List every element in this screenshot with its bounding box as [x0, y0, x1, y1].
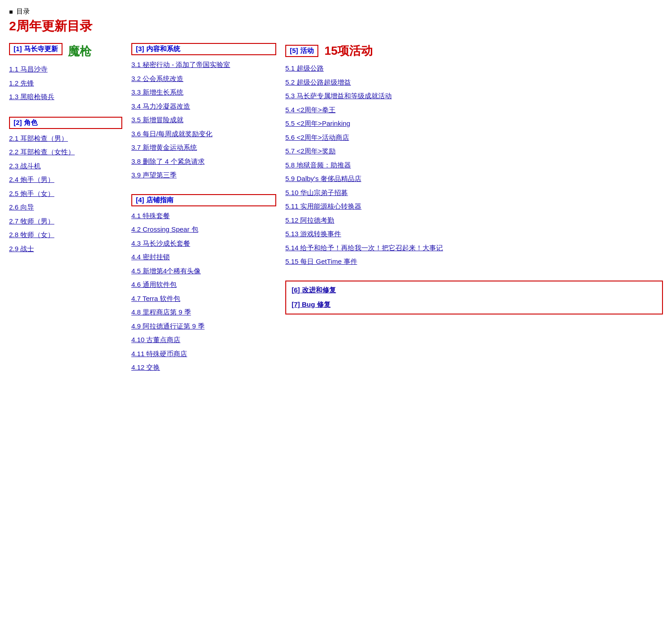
- item-1-1: 1.1 马昌沙寺: [9, 64, 122, 75]
- item-5-12: 5.12 阿拉德考勤: [285, 215, 663, 226]
- item-1-3: 1.3 黑暗枪骑兵: [9, 92, 122, 102]
- column-3: [5] 活动 15项活动 5.1 超级公路 5.2 超级公路超级增益 5.3 马…: [285, 43, 663, 314]
- item-4-8: 4.8 里程商店第 9 季: [131, 307, 276, 318]
- item-3-3: 3.3 新增生长系统: [131, 87, 276, 98]
- item-3-4: 3.4 马力冷凝器改造: [131, 101, 276, 112]
- item-4-11: 4.11 特殊硬币商店: [131, 349, 276, 359]
- item-2-8: 2.8 牧师（女）: [9, 230, 122, 240]
- item-4-12: 4.12 交换: [131, 362, 276, 373]
- item-4-4: 4.4 密封挂锁: [131, 252, 276, 262]
- item-5-2: 5.2 超级公路超级增益: [285, 77, 663, 88]
- item-1-2: 1.2 先锋: [9, 78, 122, 89]
- toc-label: 目录: [16, 7, 30, 16]
- section5-link[interactable]: [5] 活动: [290, 47, 314, 54]
- item-5-8: 5.8 地狱音频：助推器: [285, 160, 663, 171]
- section6-item: [6] 改进和修复: [292, 285, 657, 295]
- section5-header-row: [5] 活动 15项活动: [285, 43, 663, 59]
- item-4-5: 4.5 新增第4个稀有头像: [131, 266, 276, 276]
- section1-link[interactable]: [1] 马长寺更新: [14, 45, 58, 52]
- item-4-2: 4.2 Crossing Spear 包: [131, 224, 276, 235]
- item-3-7: 3.7 新增黄金运动系统: [131, 143, 276, 153]
- section1-header[interactable]: [1] 马长寺更新: [9, 43, 62, 55]
- item-5-1: 5.1 超级公路: [285, 63, 663, 74]
- section5-header[interactable]: [5] 活动: [285, 45, 318, 57]
- item-2-4: 2.4 炮手（男）: [9, 175, 122, 185]
- item-3-6: 3.6 每日/每周成就奖励变化: [131, 129, 276, 139]
- section7-item: [7] Bug 修复: [292, 300, 657, 310]
- item-2-7: 2.7 牧师（男）: [9, 216, 122, 227]
- column-1: [1] 马长寺更新 魔枪 1.1 马昌沙寺 1.2 先锋 1.3 黑暗枪骑兵 […: [9, 43, 122, 257]
- item-5-3: 5.3 马长萨专属增益和等级成就活动: [285, 91, 663, 101]
- item-4-1: 4.1 特殊套餐: [131, 211, 276, 221]
- section4-link[interactable]: [4] 店铺指南: [136, 196, 173, 204]
- item-4-7: 4.7 Terra 软件包: [131, 294, 276, 304]
- item-3-5: 3.5 新增冒险成就: [131, 115, 276, 125]
- item-2-1: 2.1 耳部检查（男）: [9, 133, 122, 144]
- item-3-8: 3.8 删除了 4 个紧急请求: [131, 157, 276, 167]
- item-5-15: 5.15 每日 GetTime 事件: [285, 257, 663, 267]
- sections-6-7-box: [6] 改进和修复 [7] Bug 修复: [285, 281, 663, 314]
- main-title: 2周年更新目录: [9, 18, 663, 35]
- item-3-1: 3.1 秘密行动 - 添加了帝国实验室: [131, 60, 276, 70]
- section6-link[interactable]: [6] 改进和修复: [292, 286, 336, 294]
- item-5-4: 5.4 <2周年>拳王: [285, 105, 663, 115]
- item-4-9: 4.9 阿拉德通行证第 9 季: [131, 321, 276, 332]
- toc-header: ■ 目录: [9, 7, 663, 16]
- item-2-5: 2.5 炮手（女）: [9, 189, 122, 199]
- item-5-7: 5.7 <2周年>奖励: [285, 146, 663, 157]
- item-4-10: 4.10 古董点商店: [131, 335, 276, 345]
- section2-header[interactable]: [2] 角色: [9, 117, 122, 129]
- section3-header[interactable]: [3] 内容和系统: [131, 43, 276, 55]
- item-2-9: 2.9 战士: [9, 244, 122, 254]
- item-5-11: 5.11 实用能源核心转换器: [285, 201, 663, 212]
- item-2-3: 2.3 战斗机: [9, 161, 122, 171]
- toc-icon: ■: [9, 8, 13, 15]
- item-3-9: 3.9 声望第三季: [131, 170, 276, 181]
- section2-link[interactable]: [2] 角色: [14, 119, 38, 126]
- item-5-5: 5.5 <2周年>Parinking: [285, 119, 663, 129]
- item-5-13: 5.13 游戏转换事件: [285, 229, 663, 239]
- section5-side-label: 15项活动: [325, 43, 373, 59]
- section1-side-label: 魔枪: [68, 43, 91, 59]
- item-3-2: 3.2 公会系统改造: [131, 74, 276, 84]
- item-2-2: 2.2 耳部检查（女性）: [9, 147, 122, 157]
- item-5-14: 5.14 给予和给予！再给我一次！把它召起来！大事记: [285, 243, 663, 253]
- column-2: [3] 内容和系统 3.1 秘密行动 - 添加了帝国实验室 3.2 公会系统改造…: [131, 43, 276, 376]
- section1-header-row: [1] 马长寺更新 魔枪: [9, 43, 122, 60]
- item-5-10: 5.10 华山宗弟子招募: [285, 188, 663, 198]
- item-4-6: 4.6 通用软件包: [131, 280, 276, 290]
- item-4-3: 4.3 马长沙成长套餐: [131, 238, 276, 249]
- item-2-6: 2.6 向导: [9, 202, 122, 213]
- item-5-9: 5.9 Dalby's 奢侈品精品店: [285, 174, 663, 184]
- section3-link[interactable]: [3] 内容和系统: [136, 45, 180, 52]
- section4-header[interactable]: [4] 店铺指南: [131, 194, 276, 206]
- section7-link[interactable]: [7] Bug 修复: [292, 300, 331, 308]
- item-5-6: 5.6 <2周年>活动商店: [285, 133, 663, 143]
- toc-columns: [1] 马长寺更新 魔枪 1.1 马昌沙寺 1.2 先锋 1.3 黑暗枪骑兵 […: [9, 43, 663, 376]
